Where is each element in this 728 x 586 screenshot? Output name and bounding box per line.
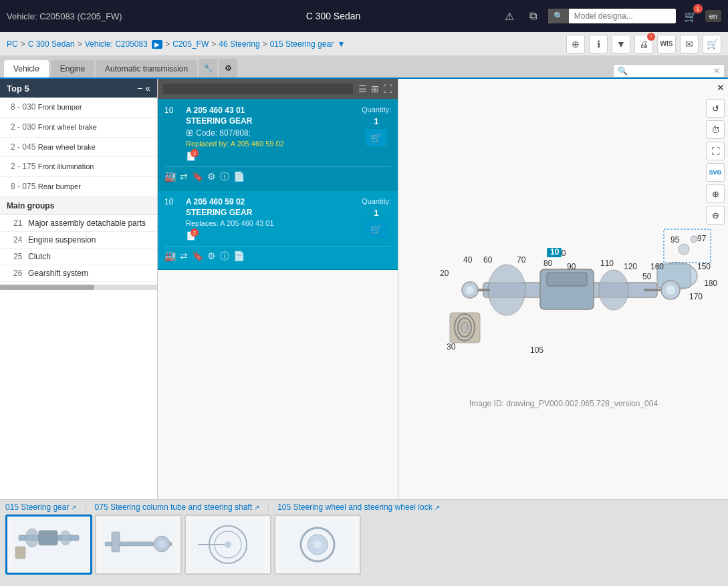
top5-item-5[interactable]: 8 - 075 Rear bumper <box>0 177 157 197</box>
expand-btn[interactable]: « <box>145 83 150 94</box>
info-btn[interactable]: ℹ <box>589 35 608 53</box>
tab-settings-icon[interactable]: ⚙ <box>219 59 237 78</box>
tool-history[interactable]: ⏱ <box>706 120 725 139</box>
filter-btn[interactable]: ▼ <box>612 35 630 53</box>
grid-view-icon[interactable]: ⊞ <box>371 84 379 94</box>
action2-icon-doc[interactable]: 📄 <box>233 251 245 263</box>
action2-icon-factory[interactable]: 🏭 <box>164 251 176 263</box>
group-item-24[interactable]: 24 Engine suspension <box>0 232 157 249</box>
top5-item-1[interactable]: 8 - 030 Front bumper <box>0 98 157 118</box>
action-icon-factory[interactable]: 🏭 <box>164 171 176 183</box>
group-item-25[interactable]: 25 Clutch <box>0 249 157 265</box>
parts-search-input[interactable] <box>163 84 353 94</box>
part-item-2[interactable]: 10 A 205 460 59 02 STEERING GEAR Replace… <box>158 190 398 270</box>
parts-list-header: ☰ ⊞ ⛶ <box>158 79 398 99</box>
part-name-2: STEERING GEAR <box>186 208 356 217</box>
fullscreen-icon[interactable]: ⛶ <box>383 84 392 94</box>
thumb-svg-3 <box>281 519 354 571</box>
sidebar: Top 5 − « 8 - 030 Front bumper 2 - 030 F… <box>0 79 158 499</box>
part-item-1[interactable]: 10 A 205 460 43 01 STEERING GEAR ⊞ Code:… <box>158 99 398 190</box>
breadcrumb-model[interactable]: C 300 Sedan <box>28 39 75 49</box>
tool-expand[interactable]: ⛶ <box>706 142 725 160</box>
qty-val-2: 1 <box>374 208 378 218</box>
add-to-cart-btn-1[interactable]: 🛒 <box>366 129 387 146</box>
thumbnail-tab-0[interactable]: 015 Steering gear ↗ <box>5 502 76 512</box>
thumbnail-tab-2[interactable]: 105 Steering wheel and steering wheel lo… <box>277 502 439 512</box>
tab-search-clear[interactable]: ✕ <box>713 66 720 76</box>
thumb-svg-0 <box>12 519 86 571</box>
sidebar-scrollbar[interactable] <box>0 285 157 290</box>
action2-icon-bookmark[interactable]: 🔖 <box>192 251 203 263</box>
tool-zoom-in[interactable]: ⊕ <box>706 184 725 203</box>
tab-link-icon-1: ↗ <box>254 504 259 511</box>
action2-icon-settings[interactable]: ⚙ <box>207 251 216 263</box>
diagram-close-btn[interactable]: ✕ <box>717 82 725 93</box>
tool-zoom-out[interactable]: ⊖ <box>706 206 725 225</box>
top5-item-4[interactable]: 2 - 175 Front illumination <box>0 157 157 177</box>
svg-text:20: 20 <box>440 269 449 278</box>
part-actions-1: 🏭 ⇄ 🔖 ⚙ ⓘ 📄 <box>164 166 391 183</box>
lang-badge[interactable]: en <box>705 10 721 22</box>
breadcrumb-pc[interactable]: PC <box>7 39 18 49</box>
breadcrumb-vehicle[interactable]: Vehicle: C205083 ▶ <box>85 39 162 49</box>
tab-vehicle[interactable]: Vehicle <box>3 59 49 78</box>
top5-item-2[interactable]: 2 - 030 Front wheel brake <box>0 118 157 138</box>
thumbnail-2[interactable] <box>185 515 271 575</box>
tab-link-icon-2: ↗ <box>435 504 440 511</box>
action-icon-settings2[interactable]: ⚙ <box>207 171 216 183</box>
tool-svg[interactable]: SVG <box>706 163 725 182</box>
tool-rotate[interactable]: ↺ <box>706 99 725 118</box>
svg-point-61 <box>314 541 322 549</box>
cart-btn[interactable]: 🛒 <box>703 35 721 53</box>
top5-item-3[interactable]: 2 - 045 Rear wheel brake <box>0 138 157 158</box>
qty-val-1: 1 <box>374 116 378 126</box>
diagram-image: 10 95 97 150 180 170 160 50 120 110 90 8… <box>398 79 728 499</box>
add-to-cart-btn-2[interactable]: 🛒 <box>366 221 387 238</box>
breadcrumb-fw[interactable]: C205_FW <box>172 39 209 49</box>
doc-icon-1[interactable]: 📄 2 <box>186 152 196 161</box>
tab-search-input[interactable] <box>630 66 711 76</box>
top-bar: Vehicle: C205083 (C205_FW) C 300 Sedan ⚠… <box>0 0 728 32</box>
group-item-21[interactable]: 21 Major assembly detachable parts <box>0 215 157 232</box>
zoom-in-btn[interactable]: ⊕ <box>566 35 585 53</box>
tab-search-icon: 🔍 <box>618 66 628 76</box>
group-item-26[interactable]: 26 Gearshift system <box>0 265 157 282</box>
action2-icon-replace[interactable]: ⇄ <box>180 251 188 263</box>
breadcrumb-tools: ⊕ ℹ ▼ 🖨 ! WIS ✉ 🛒 <box>566 35 721 53</box>
thumbnail-tab-1[interactable]: 075 Steering column tube and steering sh… <box>95 502 260 512</box>
top5-title: Top 5 <box>7 84 29 94</box>
doc-icon-2[interactable]: 📄 2 <box>186 231 196 241</box>
action-icon-replace[interactable]: ⇄ <box>180 171 188 183</box>
thumbnail-0[interactable] <box>5 515 92 575</box>
action-icon-info[interactable]: ⓘ <box>220 171 229 183</box>
wis-btn[interactable]: WIS <box>657 35 676 53</box>
tab-engine[interactable]: Engine <box>51 60 94 78</box>
model-search[interactable]: 🔍 <box>548 9 676 23</box>
tab-search-box[interactable]: 🔍 ✕ <box>613 64 725 78</box>
warning-icon[interactable]: ⚠ <box>500 7 519 25</box>
tab-automatic[interactable]: Automatic transmission <box>96 60 197 78</box>
main-groups-header: Main groups <box>0 197 157 215</box>
part-qty-2: Quantity: 1 🛒 <box>362 197 391 238</box>
print-btn[interactable]: 🖨 ! <box>634 35 653 53</box>
model-search-input[interactable] <box>569 9 676 23</box>
cart-icon[interactable]: 🛒 1 <box>681 7 700 25</box>
tab-link-icon-0: ↗ <box>71 504 76 511</box>
cart-badge: 1 <box>693 4 703 13</box>
mail-btn[interactable]: ✉ <box>680 35 699 53</box>
tab-tools-icon[interactable]: 🔧 <box>199 59 217 78</box>
diagram-area: ✕ ↺ ⏱ ⛶ SVG ⊕ ⊖ <box>398 79 728 499</box>
svg-text:97: 97 <box>697 234 707 243</box>
search-icon[interactable]: 🔍 <box>548 9 569 23</box>
copy-icon[interactable]: ⧉ <box>524 7 543 25</box>
thumbnail-3[interactable] <box>274 515 361 575</box>
diagram-svg: 10 95 97 150 180 170 160 50 120 110 90 8… <box>403 169 724 410</box>
action-icon-doc[interactable]: 📄 <box>233 171 245 183</box>
breadcrumb-steering[interactable]: 46 Steering <box>219 39 259 49</box>
action2-icon-info[interactable]: ⓘ <box>220 251 229 263</box>
collapse-btn[interactable]: − <box>137 83 142 94</box>
action-icon-bookmark[interactable]: 🔖 <box>192 171 203 183</box>
thumbnail-1[interactable] <box>95 515 182 575</box>
list-icon[interactable]: ☰ <box>358 84 367 94</box>
breadcrumb-current[interactable]: 015 Steering gear ▼ <box>270 39 346 49</box>
